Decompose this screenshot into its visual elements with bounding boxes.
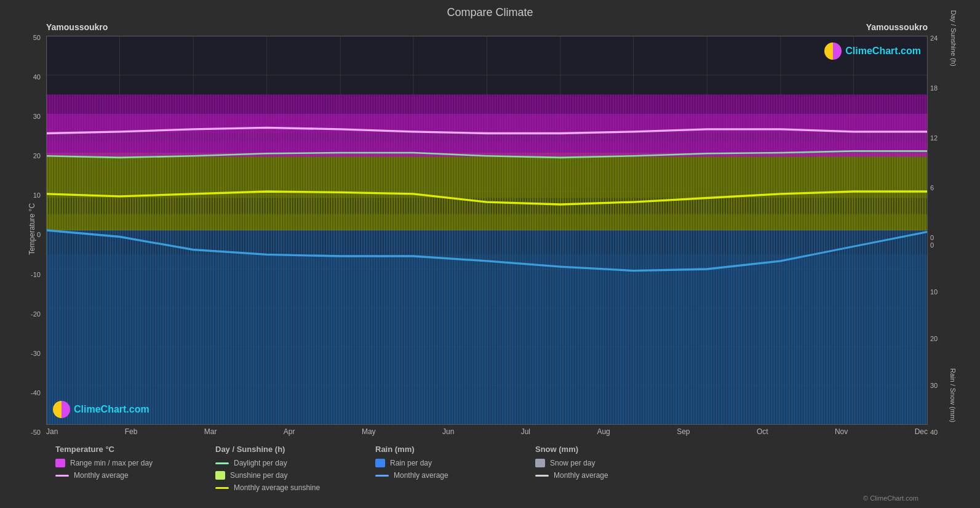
- svg-rect-34: [47, 153, 927, 230]
- y-right-tick: 10: [930, 288, 968, 296]
- x-month-feb: Feb: [125, 427, 138, 436]
- chart-title: Compare Climate: [12, 6, 968, 19]
- y-tick: -10: [31, 272, 41, 278]
- x-month-jul: Jul: [521, 427, 530, 436]
- legend-swatch-daylight: [215, 462, 229, 464]
- logo-text-bottom: ClimeChart.com: [74, 404, 149, 415]
- y-tick: -50: [31, 429, 41, 436]
- y-right-tick: 24: [930, 34, 968, 42]
- svg-rect-37: [47, 114, 927, 157]
- logo-text-top: ClimeChart.com: [845, 46, 921, 57]
- y-tick: -30: [31, 350, 41, 357]
- logo-bottom: ClimeChart.com: [53, 401, 149, 418]
- legend-item-daylight: Daylight per day: [215, 459, 351, 467]
- location-label-left: Yamoussoukro: [46, 22, 108, 32]
- y-right-tick: 18: [930, 84, 968, 92]
- y-tick: 50: [33, 34, 41, 41]
- x-month-jan: Jan: [46, 427, 58, 436]
- legend-item-sunshine-per-day: Sunshine per day: [215, 471, 351, 480]
- y-tick: 20: [33, 153, 41, 159]
- y-tick: 0: [37, 232, 41, 238]
- chart-svg: [47, 36, 927, 424]
- legend-item-snow-avg: Monthly average: [535, 471, 671, 480]
- legend-item-avg-sunshine: Monthly average sunshine: [215, 483, 351, 492]
- location-label-right: Yamoussoukro: [866, 22, 928, 32]
- legend-swatch-sunshine: [215, 471, 225, 480]
- y-right-tick: 40: [930, 429, 968, 436]
- y-right-tick: 0: [930, 234, 968, 241]
- x-month-apr: Apr: [284, 427, 295, 436]
- svg-rect-32: [47, 230, 927, 424]
- x-month-may: May: [362, 427, 376, 436]
- x-month-mar: Mar: [204, 427, 217, 436]
- x-month-jun: Jun: [442, 427, 454, 436]
- y-right-tick: 20: [930, 335, 968, 342]
- y-tick: -40: [31, 390, 41, 397]
- legend: Temperature °C Range min / max per day M…: [12, 436, 968, 492]
- logo-top: ClimeChart.com: [824, 42, 921, 60]
- chart-plot: ClimeChart.com ClimeChart.com: [46, 36, 928, 425]
- y-tick: -20: [31, 311, 41, 318]
- legend-swatch-snow: [535, 459, 545, 467]
- y-tick: 30: [33, 113, 41, 120]
- logo-icon-top: [824, 42, 842, 60]
- legend-item-rain-per-day: Rain per day: [375, 459, 511, 467]
- legend-swatch-rain: [375, 459, 385, 467]
- y-tick: 40: [33, 74, 41, 81]
- legend-title-snow: Snow (mm): [535, 445, 671, 454]
- legend-title-sunshine: Day / Sunshine (h): [215, 445, 351, 454]
- legend-item-rain-avg: Monthly average: [375, 471, 511, 480]
- legend-swatch-snow-avg: [535, 475, 549, 477]
- y-right-tick: 0: [930, 241, 968, 249]
- legend-group-snow: Snow (mm) Snow per day Monthly average: [535, 445, 671, 492]
- legend-item-snow-per-day: Snow per day: [535, 459, 671, 467]
- legend-item-temp-range: Range min / max per day: [55, 459, 191, 467]
- y-tick: 10: [33, 192, 41, 199]
- legend-title-temperature: Temperature °C: [55, 445, 191, 454]
- copyright: © ClimeChart.com: [12, 494, 968, 502]
- logo-icon-bottom: [53, 401, 70, 418]
- legend-item-monthly-avg: Monthly average: [55, 471, 191, 480]
- x-month-dec: Dec: [915, 427, 928, 436]
- x-axis: Jan Feb Mar Apr May Jun Jul Aug Sep Oct …: [46, 425, 928, 436]
- x-month-sep: Sep: [677, 427, 690, 436]
- x-month-oct: Oct: [757, 427, 768, 436]
- legend-group-rain: Rain (mm) Rain per day Monthly average: [375, 445, 511, 492]
- legend-swatch-rain-avg: [375, 475, 389, 477]
- legend-group-sunshine: Day / Sunshine (h) Daylight per day Suns…: [215, 445, 351, 492]
- legend-title-rain: Rain (mm): [375, 445, 511, 454]
- legend-swatch-monthly-avg: [55, 475, 69, 477]
- y-right-tick: 6: [930, 184, 968, 192]
- legend-group-temperature: Temperature °C Range min / max per day M…: [55, 445, 191, 492]
- x-month-aug: Aug: [597, 427, 610, 436]
- x-month-nov: Nov: [835, 427, 848, 436]
- legend-swatch-temp-range: [55, 459, 65, 467]
- y-right-tick: 12: [930, 134, 968, 142]
- legend-swatch-avg-sunshine: [215, 487, 229, 489]
- y-axis-left-label: Temperature °C: [28, 203, 36, 255]
